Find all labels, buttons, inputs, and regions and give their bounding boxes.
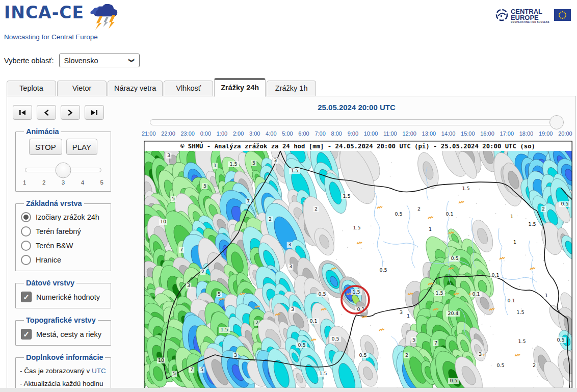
stop-button[interactable]: STOP [29,139,62,155]
time-label-7-00: 7:00 [314,130,325,137]
time-axis-labels: 21:0022:0023:000:001:002:003:004:005:006… [142,130,572,137]
time-label-11-00: 11:00 [383,130,397,137]
radio-hranice[interactable] [21,255,31,265]
previous-icon [43,110,49,116]
tab-vlhkos[interactable]: Vlhkosť [164,81,213,96]
last-frame-button[interactable] [85,105,104,120]
tab-zr-ky-24h[interactable]: Zrážky 24h [214,78,266,97]
time-label-3-00: 3:00 [249,130,260,137]
time-label-18-00: 18:00 [519,130,534,137]
sidebar: Animácia STOP PLAY 12345 Základná vrstva… [7,96,138,392]
svg-text:5: 5 [203,183,206,189]
time-label-5-00: 5:00 [282,130,293,137]
tab-vietor[interactable]: Vietor [57,81,107,96]
next-frame-button[interactable] [61,105,80,120]
layer-option-mest-cesty-a-rieky[interactable]: ✓Mestá, cesty a rieky [21,329,107,339]
next-icon [67,110,73,116]
base-layer-option-hranice[interactable]: Hranice [21,255,107,265]
radio-ter-n-b-w[interactable] [21,241,31,251]
svg-text:5: 5 [172,196,175,201]
option-label: Terén B&W [36,242,73,250]
svg-text:1.5: 1.5 [229,161,237,167]
svg-text:2: 2 [314,206,318,212]
base-layer-option-ter-n-b-w[interactable]: Terén B&W [21,241,107,251]
main-area: 25.05.2024 20:00 UTC 21:0022:0023:000:00… [138,96,575,392]
svg-text:1.5: 1.5 [518,338,526,344]
svg-text:5: 5 [412,337,415,343]
svg-text:1: 1 [214,163,217,168]
info-line-0: - Čas je zobrazovaný v UTC [20,367,107,375]
svg-text:3: 3 [167,152,170,158]
prev-frame-button[interactable] [37,105,56,120]
svg-text:3: 3 [400,309,403,315]
region-select[interactable]: Slovensko ❯ [59,54,140,67]
svg-text:0.5: 0.5 [496,362,504,368]
svg-text:1.5: 1.5 [343,193,350,199]
data-layer-options: ✓Numerické hodnoty [20,292,107,302]
utc-link[interactable]: UTC [92,367,106,375]
globe-swirl-icon [495,8,509,24]
svg-text:0.1: 0.1 [445,211,453,217]
svg-text:1.5: 1.5 [352,289,360,295]
checkbox-mest-cesty-a-rieky[interactable]: ✓ [21,329,32,339]
time-label-19-00: 19:00 [539,130,553,137]
svg-text:2: 2 [542,206,545,212]
svg-text:0.5: 0.5 [379,267,387,273]
svg-text:1: 1 [513,239,516,245]
checkbox-numerick-hodnoty[interactable]: ✓ [21,292,32,302]
tab-n-razy-vetra[interactable]: Nárazy vetra [108,81,163,96]
svg-text:2: 2 [269,216,272,222]
frame-nav-buttons [13,105,138,120]
base-layer-legend: Základná vrstva [24,199,84,207]
radio-ter-n-farebn[interactable] [21,226,31,237]
svg-text:1.5: 1.5 [462,186,469,191]
base-layer-option-ter-n-farebn[interactable]: Terén farebný [21,226,107,237]
storm-cloud-lightning-icon [86,4,123,33]
svg-text:3: 3 [187,282,190,288]
svg-text:0.5: 0.5 [450,378,457,383]
svg-text:0.5: 0.5 [359,352,366,358]
svg-text:3: 3 [234,352,237,358]
time-slider[interactable] [150,119,557,125]
tab-teplota[interactable]: Teplota [7,81,56,96]
animation-group: Animácia STOP PLAY 12345 [15,127,111,192]
info-legend: Doplnkové informácie [24,353,105,361]
svg-text:2: 2 [533,362,536,368]
central-europe-logo: CENTRAL EUROPE COOPERATING FOR SUCCESS [495,8,549,24]
app-logo: INCA-CE Nowcasting for Central Europe [4,4,123,41]
partner-name-line2: EUROPE [511,15,549,21]
svg-text:0.5: 0.5 [451,255,458,261]
svg-text:2: 2 [405,352,408,358]
base-layer-option-izo-iary-zr-ok-24h[interactable]: Izočiary zrážok 24h [21,212,107,222]
animation-speed-slider-thumb[interactable] [56,162,71,178]
central-europe-text: CENTRAL EUROPE COOPERATING FOR SUCCESS [511,9,549,23]
option-label: Hranice [36,256,61,264]
radio-izo-iary-zr-ok-24h[interactable] [21,212,31,222]
layer-option-numerick-hodnoty[interactable]: ✓Numerické hodnoty [21,292,107,302]
speed-tick-5: 5 [100,179,103,186]
time-label-9-00: 9:00 [348,130,358,137]
time-slider-thumb[interactable] [549,115,564,129]
play-button[interactable]: PLAY [66,139,97,155]
app-subtitle: Nowcasting for Central Europe [4,33,123,41]
speed-tick-2: 2 [42,179,45,186]
svg-text:1.5: 1.5 [528,221,536,227]
region-select-label: Vyberte oblasť: [4,57,54,65]
time-label-17-00: 17:00 [500,130,514,137]
time-label-13-00: 13:00 [422,130,436,137]
time-label-8-00: 8:00 [331,130,342,137]
svg-text:10: 10 [158,357,164,363]
region-select-value: Slovensko [64,57,98,65]
animation-speed-slider[interactable] [25,168,101,172]
app-title: INCA-CE [4,4,84,22]
svg-text:3: 3 [479,351,482,357]
time-label-2-00: 2:00 [233,130,244,137]
animation-speed-ticks: 12345 [23,179,103,186]
tab-zr-ky-1h[interactable]: Zrážky 1h [267,81,316,96]
first-frame-button[interactable] [13,105,32,120]
svg-text:1.5: 1.5 [516,309,524,315]
svg-text:7: 7 [247,198,250,204]
svg-text:2: 2 [201,269,204,274]
precipitation-map: 311.5531.5510723510575321.533221.51.50.5… [144,141,572,392]
svg-text:0.5: 0.5 [561,201,568,206]
